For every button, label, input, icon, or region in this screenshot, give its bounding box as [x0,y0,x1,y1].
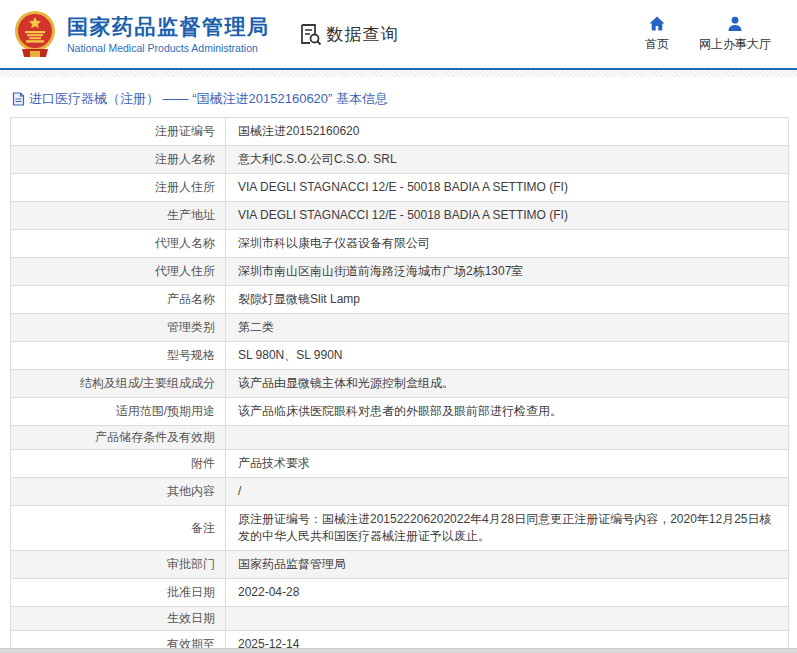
row-label: 型号规格 [11,342,226,370]
home-label: 首页 [645,36,669,53]
row-label: 注册人名称 [11,146,226,174]
info-table: 注册证编号国械注进20152160620注册人名称意大利C.S.O.公司C.S.… [10,117,789,653]
nav-service-hall[interactable]: 网上办事大厅 [699,15,771,53]
row-label: 生产地址 [11,202,226,230]
row-label: 备注 [11,506,226,551]
table-row: 批准日期2022-04-28 [11,579,789,607]
row-value: VIA DEGLI STAGNACCI 12/E - 50018 BADIA A… [226,174,789,202]
nav-data-query[interactable]: 数据查询 [298,22,399,46]
row-value: 产品技术要求 [226,450,789,478]
table-row: 生产地址VIA DEGLI STAGNACCI 12/E - 50018 BAD… [11,202,789,230]
data-query-label: 数据查询 [327,23,399,46]
row-value: 裂隙灯显微镜Slit Lamp [226,286,789,314]
home-icon [648,15,666,33]
row-value: 意大利C.S.O.公司C.S.O. SRL [226,146,789,174]
table-row: 审批部门国家药品监督管理局 [11,551,789,579]
row-value: SL 980N、SL 990N [226,342,789,370]
row-label: 其他内容 [11,478,226,506]
row-label: 批准日期 [11,579,226,607]
table-row: 备注原注册证编号：国械注进201522206202022年4月28日同意更正注册… [11,506,789,551]
table-row: 注册人名称意大利C.S.O.公司C.S.O. SRL [11,146,789,174]
table-row: 生效日期 [11,607,789,631]
footer-bar [0,648,797,653]
site-header: 国家药品监督管理局 National Medical Products Admi… [0,0,797,70]
row-value: 国家药品监督管理局 [226,551,789,579]
row-value: 第二类 [226,314,789,342]
table-row: 产品名称裂隙灯显微镜Slit Lamp [11,286,789,314]
row-value: 2022-04-28 [226,579,789,607]
site-title: 国家药品监督管理局 [67,14,270,40]
table-row: 注册人住所VIA DEGLI STAGNACCI 12/E - 50018 BA… [11,174,789,202]
document-search-icon [298,22,322,46]
row-label: 结构及组成/主要组成成分 [11,370,226,398]
table-row: 产品储存条件及有效期 [11,426,789,450]
row-value [226,607,789,631]
table-row: 结构及组成/主要组成成分该产品由显微镜主体和光源控制盒组成。 [11,370,789,398]
national-emblem-icon [12,9,58,59]
row-label: 产品名称 [11,286,226,314]
quick-links: 首页 网上办事大厅 [645,15,771,53]
table-row: 管理类别第二类 [11,314,789,342]
row-value: 深圳市南山区南山街道前海路泛海城市广场2栋1307室 [226,258,789,286]
row-label: 注册人住所 [11,174,226,202]
brand-logo-link[interactable]: 国家药品监督管理局 National Medical Products Admi… [12,9,270,59]
document-icon [12,92,25,106]
table-row: 注册证编号国械注进20152160620 [11,118,789,146]
breadcrumb: 进口医疗器械（注册） —— “国械注进20152160620” 基本信息 [12,90,797,108]
row-label: 注册证编号 [11,118,226,146]
row-value: 该产品临床供医院眼科对患者的外眼部及眼前部进行检查用。 [226,398,789,426]
row-label: 生效日期 [11,607,226,631]
nav-home[interactable]: 首页 [645,15,669,53]
row-value: 原注册证编号：国械注进201522206202022年4月28日同意更正注册证编… [226,506,789,551]
table-row: 代理人名称深圳市科以康电子仪器设备有限公司 [11,230,789,258]
person-icon [726,15,744,33]
site-subtitle: National Medical Products Administration [67,42,270,54]
row-value [226,426,789,450]
row-label: 代理人住所 [11,258,226,286]
hatch-divider [0,70,797,77]
row-value: VIA DEGLI STAGNACCI 12/E - 50018 BADIA A… [226,202,789,230]
row-value: 该产品由显微镜主体和光源控制盒组成。 [226,370,789,398]
table-row: 其他内容/ [11,478,789,506]
row-label: 产品储存条件及有效期 [11,426,226,450]
row-label: 附件 [11,450,226,478]
row-label: 审批部门 [11,551,226,579]
row-value: / [226,478,789,506]
service-hall-label: 网上办事大厅 [699,36,771,53]
breadcrumb-text: 进口医疗器械（注册） —— “国械注进20152160620” 基本信息 [29,90,388,108]
row-label: 管理类别 [11,314,226,342]
table-row: 代理人住所深圳市南山区南山街道前海路泛海城市广场2栋1307室 [11,258,789,286]
table-row: 附件产品技术要求 [11,450,789,478]
row-value: 深圳市科以康电子仪器设备有限公司 [226,230,789,258]
row-label: 适用范围/预期用途 [11,398,226,426]
table-row: 适用范围/预期用途该产品临床供医院眼科对患者的外眼部及眼前部进行检查用。 [11,398,789,426]
table-row: 型号规格SL 980N、SL 990N [11,342,789,370]
row-value: 国械注进20152160620 [226,118,789,146]
row-label: 代理人名称 [11,230,226,258]
